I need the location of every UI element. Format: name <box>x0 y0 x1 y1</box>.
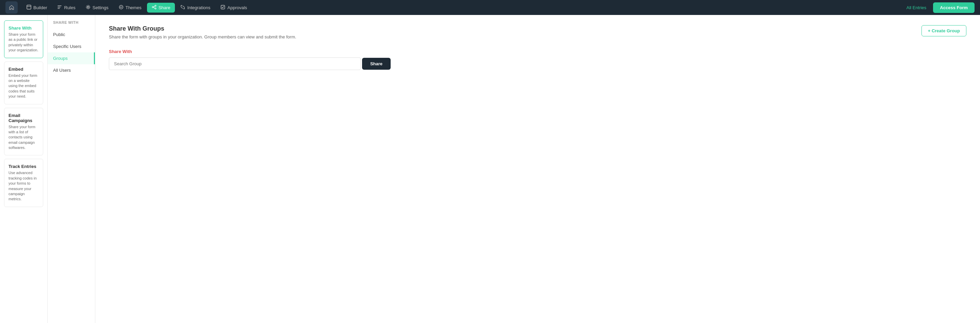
sidebar-card-track-entries[interactable]: Track Entries Use advanced tracking code… <box>4 159 43 207</box>
topnav-items: BuilderRulesSettingsThemesShareIntegrati… <box>22 3 252 13</box>
content-header-text: Share With Groups Share the form with gr… <box>109 25 296 40</box>
sidebar-card-desc-track-entries: Use advanced tracking codes in your form… <box>8 170 39 202</box>
svg-rect-0 <box>27 5 31 9</box>
share-nav-icon <box>152 5 156 11</box>
share-button[interactable]: Share <box>362 58 391 70</box>
svg-point-6 <box>155 5 156 6</box>
access-form-button[interactable]: Access Form <box>933 2 975 13</box>
middle-nav-item-all-users[interactable]: All Users <box>48 64 95 76</box>
topnav-item-rules[interactable]: Rules <box>52 3 80 13</box>
topnav-item-builder[interactable]: Builder <box>22 3 52 13</box>
topnav-label-settings: Settings <box>92 5 108 10</box>
topnav-item-share[interactable]: Share <box>147 3 175 13</box>
topnav-item-settings[interactable]: Settings <box>81 3 113 13</box>
top-navigation: BuilderRulesSettingsThemesShareIntegrati… <box>0 0 980 15</box>
sidebar-card-title-track-entries: Track Entries <box>8 164 39 169</box>
middle-nav-item-public[interactable]: Public <box>48 28 95 40</box>
middle-panel-header: SHARE WITH <box>48 21 95 24</box>
topnav-item-themes[interactable]: Themes <box>114 3 146 13</box>
middle-panel: SHARE WITH PublicSpecific UsersGroupsAll… <box>48 15 95 323</box>
themes-nav-icon <box>119 5 124 11</box>
topnav-label-builder: Builder <box>33 5 47 10</box>
main-content: Share With Groups Share the form with gr… <box>95 15 980 323</box>
topnav-item-integrations[interactable]: Integrations <box>176 3 215 13</box>
topnav-label-themes: Themes <box>126 5 142 10</box>
middle-nav-item-groups[interactable]: Groups <box>48 52 95 64</box>
sidebar-card-share-with[interactable]: Share With Share your form as a public l… <box>4 21 43 58</box>
home-button[interactable] <box>5 2 18 14</box>
svg-point-8 <box>155 8 156 9</box>
sidebar-card-desc-email-campaigns: Share your form with a list of contacts … <box>8 124 39 150</box>
topnav-item-approvals[interactable]: Approvals <box>216 3 252 13</box>
all-entries-link[interactable]: All Entries <box>907 5 927 10</box>
sidebar-card-desc-embed: Embed your form on a website using the e… <box>8 73 39 99</box>
middle-nav-item-specific-users[interactable]: Specific Users <box>48 40 95 52</box>
integrations-nav-icon <box>180 5 185 11</box>
svg-point-4 <box>120 6 121 7</box>
rules-nav-icon <box>57 5 62 11</box>
content-header: Share With Groups Share the form with gr… <box>109 25 966 40</box>
sidebar-card-desc-share-with: Share your form as a public link or priv… <box>8 32 39 53</box>
sidebar-card-title-embed: Embed <box>8 66 39 72</box>
topnav-label-rules: Rules <box>64 5 75 10</box>
sidebar-card-embed[interactable]: Embed Embed your form on a website using… <box>4 62 43 104</box>
topnav-label-share: Share <box>159 5 170 10</box>
sidebar-card-title-share-with: Share With <box>8 25 39 31</box>
svg-point-5 <box>121 6 122 7</box>
svg-point-7 <box>152 6 153 8</box>
settings-nav-icon <box>86 5 91 11</box>
svg-point-2 <box>87 6 89 8</box>
sidebar-card-title-email-campaigns: Email Campaigns <box>8 113 39 123</box>
search-group-input[interactable] <box>109 57 361 70</box>
left-sidebar: Share With Share your form as a public l… <box>0 15 48 323</box>
middle-nav-items: PublicSpecific UsersGroupsAll Users <box>48 28 95 76</box>
sidebar-card-email-campaigns[interactable]: Email Campaigns Share your form with a l… <box>4 108 43 156</box>
approvals-nav-icon <box>221 5 225 11</box>
create-group-button[interactable]: + Create Group <box>921 25 966 36</box>
svg-line-9 <box>153 6 155 6</box>
share-with-label: Share With <box>109 49 966 54</box>
content-desc: Share the form with groups in your organ… <box>109 34 296 40</box>
builder-nav-icon <box>27 5 31 11</box>
topnav-label-approvals: Approvals <box>227 5 247 10</box>
content-title: Share With Groups <box>109 25 296 32</box>
main-layout: Share With Share your form as a public l… <box>0 15 980 323</box>
topnav-label-integrations: Integrations <box>187 5 210 10</box>
svg-line-10 <box>153 7 155 8</box>
